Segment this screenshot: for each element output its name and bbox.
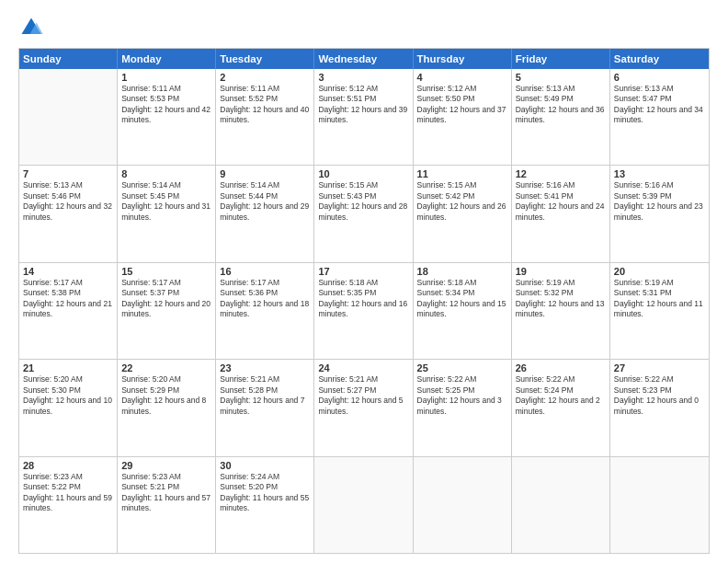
day-number: 14 [23,266,113,277]
calendar-week-row: 7Sunrise: 5:13 AM Sunset: 5:46 PM Daylig… [19,165,709,261]
day-number: 5 [516,72,606,83]
day-number: 11 [417,168,507,179]
cell-info: Sunrise: 5:16 AM Sunset: 5:39 PM Dayligh… [614,180,705,223]
calendar-header-day: Wednesday [314,49,413,69]
calendar-cell: 5Sunrise: 5:13 AM Sunset: 5:49 PM Daylig… [512,69,610,165]
header [18,15,710,40]
day-number: 6 [614,72,705,83]
cell-info: Sunrise: 5:11 AM Sunset: 5:52 PM Dayligh… [220,84,310,126]
calendar-cell: 4Sunrise: 5:12 AM Sunset: 5:50 PM Daylig… [414,69,512,165]
calendar-cell: 20Sunrise: 5:19 AM Sunset: 5:31 PM Dayli… [610,263,709,359]
day-number: 2 [220,72,310,83]
cell-info: Sunrise: 5:15 AM Sunset: 5:43 PM Dayligh… [318,180,408,223]
logo-icon [18,15,44,40]
day-number: 7 [23,168,113,179]
cell-info: Sunrise: 5:22 AM Sunset: 5:25 PM Dayligh… [417,374,507,417]
cell-info: Sunrise: 5:15 AM Sunset: 5:42 PM Dayligh… [417,180,507,223]
calendar-cell: 9Sunrise: 5:14 AM Sunset: 5:44 PM Daylig… [216,166,314,261]
calendar-cell: 28Sunrise: 5:23 AM Sunset: 5:22 PM Dayli… [19,457,118,553]
page: SundayMondayTuesdayWednesdayThursdayFrid… [0,0,728,563]
day-number: 15 [121,266,211,277]
calendar-cell: 18Sunrise: 5:18 AM Sunset: 5:34 PM Dayli… [414,263,512,359]
calendar-cell: 29Sunrise: 5:23 AM Sunset: 5:21 PM Dayli… [118,457,216,553]
calendar-cell: 26Sunrise: 5:22 AM Sunset: 5:24 PM Dayli… [512,360,610,455]
calendar-cell [512,457,610,553]
cell-info: Sunrise: 5:13 AM Sunset: 5:47 PM Dayligh… [614,84,705,126]
day-number: 22 [121,362,211,373]
calendar-cell: 22Sunrise: 5:20 AM Sunset: 5:29 PM Dayli… [118,360,216,455]
calendar-header-day: Friday [512,49,610,69]
day-number: 30 [220,460,310,471]
cell-info: Sunrise: 5:23 AM Sunset: 5:22 PM Dayligh… [23,472,113,514]
calendar-cell: 10Sunrise: 5:15 AM Sunset: 5:43 PM Dayli… [314,166,413,261]
cell-info: Sunrise: 5:17 AM Sunset: 5:38 PM Dayligh… [23,278,113,320]
day-number: 1 [121,72,211,83]
calendar-header-day: Monday [118,49,216,69]
cell-info: Sunrise: 5:12 AM Sunset: 5:50 PM Dayligh… [417,84,507,126]
day-number: 27 [614,362,705,373]
calendar-cell: 1Sunrise: 5:11 AM Sunset: 5:53 PM Daylig… [118,69,216,165]
day-number: 26 [516,362,606,373]
calendar-header-day: Tuesday [216,49,314,69]
cell-info: Sunrise: 5:13 AM Sunset: 5:46 PM Dayligh… [23,180,113,223]
calendar-cell: 8Sunrise: 5:14 AM Sunset: 5:45 PM Daylig… [118,166,216,261]
calendar-cell: 6Sunrise: 5:13 AM Sunset: 5:47 PM Daylig… [610,69,709,165]
day-number: 18 [417,266,507,277]
calendar-cell: 13Sunrise: 5:16 AM Sunset: 5:39 PM Dayli… [610,166,709,261]
calendar-cell: 3Sunrise: 5:12 AM Sunset: 5:51 PM Daylig… [314,69,413,165]
calendar-cell: 17Sunrise: 5:18 AM Sunset: 5:35 PM Dayli… [314,263,413,359]
cell-info: Sunrise: 5:20 AM Sunset: 5:29 PM Dayligh… [121,374,211,417]
day-number: 28 [23,460,113,471]
day-number: 9 [220,168,310,179]
day-number: 20 [614,266,705,277]
calendar-cell: 14Sunrise: 5:17 AM Sunset: 5:38 PM Dayli… [19,263,118,359]
calendar-cell: 25Sunrise: 5:22 AM Sunset: 5:25 PM Dayli… [414,360,512,455]
calendar-week-row: 28Sunrise: 5:23 AM Sunset: 5:22 PM Dayli… [19,456,709,553]
day-number: 23 [220,362,310,373]
calendar-cell: 12Sunrise: 5:16 AM Sunset: 5:41 PM Dayli… [512,166,610,261]
calendar-cell: 21Sunrise: 5:20 AM Sunset: 5:30 PM Dayli… [19,360,118,455]
day-number: 3 [318,72,408,83]
calendar-header: SundayMondayTuesdayWednesdayThursdayFrid… [19,49,709,69]
calendar-cell: 23Sunrise: 5:21 AM Sunset: 5:28 PM Dayli… [216,360,314,455]
cell-info: Sunrise: 5:22 AM Sunset: 5:23 PM Dayligh… [614,374,705,417]
cell-info: Sunrise: 5:23 AM Sunset: 5:21 PM Dayligh… [121,472,211,514]
cell-info: Sunrise: 5:21 AM Sunset: 5:27 PM Dayligh… [318,374,408,417]
calendar-cell: 11Sunrise: 5:15 AM Sunset: 5:42 PM Dayli… [414,166,512,261]
calendar-cell [314,457,413,553]
cell-info: Sunrise: 5:22 AM Sunset: 5:24 PM Dayligh… [516,374,606,417]
cell-info: Sunrise: 5:12 AM Sunset: 5:51 PM Dayligh… [318,84,408,126]
day-number: 24 [318,362,408,373]
calendar-header-day: Saturday [610,49,709,69]
cell-info: Sunrise: 5:19 AM Sunset: 5:32 PM Dayligh… [516,278,606,320]
calendar-week-row: 14Sunrise: 5:17 AM Sunset: 5:38 PM Dayli… [19,262,709,359]
calendar-header-day: Thursday [414,49,512,69]
calendar-cell: 27Sunrise: 5:22 AM Sunset: 5:23 PM Dayli… [610,360,709,455]
logo [18,15,48,40]
day-number: 25 [417,362,507,373]
day-number: 4 [417,72,507,83]
cell-info: Sunrise: 5:13 AM Sunset: 5:49 PM Dayligh… [516,84,606,126]
cell-info: Sunrise: 5:18 AM Sunset: 5:35 PM Dayligh… [318,278,408,320]
calendar-header-day: Sunday [19,49,118,69]
day-number: 29 [121,460,211,471]
calendar-cell [19,69,118,165]
calendar: SundayMondayTuesdayWednesdayThursdayFrid… [18,48,710,554]
calendar-cell: 30Sunrise: 5:24 AM Sunset: 5:20 PM Dayli… [216,457,314,553]
calendar-cell: 24Sunrise: 5:21 AM Sunset: 5:27 PM Dayli… [314,360,413,455]
cell-info: Sunrise: 5:20 AM Sunset: 5:30 PM Dayligh… [23,374,113,417]
cell-info: Sunrise: 5:17 AM Sunset: 5:36 PM Dayligh… [220,278,310,320]
day-number: 12 [516,168,606,179]
day-number: 16 [220,266,310,277]
cell-info: Sunrise: 5:17 AM Sunset: 5:37 PM Dayligh… [121,278,211,320]
calendar-cell: 15Sunrise: 5:17 AM Sunset: 5:37 PM Dayli… [118,263,216,359]
day-number: 21 [23,362,113,373]
calendar-week-row: 21Sunrise: 5:20 AM Sunset: 5:30 PM Dayli… [19,359,709,455]
calendar-cell: 7Sunrise: 5:13 AM Sunset: 5:46 PM Daylig… [19,166,118,261]
calendar-body: 1Sunrise: 5:11 AM Sunset: 5:53 PM Daylig… [19,69,709,553]
cell-info: Sunrise: 5:11 AM Sunset: 5:53 PM Dayligh… [121,84,211,126]
calendar-cell: 16Sunrise: 5:17 AM Sunset: 5:36 PM Dayli… [216,263,314,359]
calendar-cell [414,457,512,553]
cell-info: Sunrise: 5:14 AM Sunset: 5:44 PM Dayligh… [220,180,310,223]
day-number: 17 [318,266,408,277]
